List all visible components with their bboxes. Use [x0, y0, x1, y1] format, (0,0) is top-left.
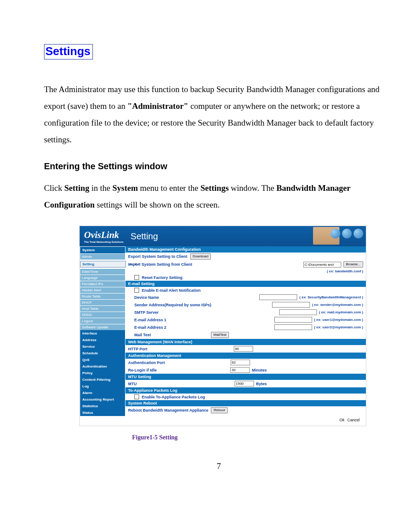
- brand-tagline: The Total Networking Solutions: [84, 241, 124, 243]
- page-title: Settings: [44, 44, 93, 59]
- auth-port-input[interactable]: [231, 360, 250, 365]
- cancel-button[interactable]: Cancel: [347, 418, 360, 422]
- t: in the: [89, 183, 112, 193]
- smtp-hint: ( ex: mail.mydomain.com ): [319, 310, 363, 314]
- mtu-unit: Bytes: [256, 382, 267, 386]
- t: window. The: [229, 183, 276, 193]
- section-reboot: System Reboot: [125, 400, 366, 406]
- nav-group-log[interactable]: Log: [80, 383, 125, 390]
- device-name-label: Device Name: [134, 295, 159, 300]
- browse-button[interactable]: Browse...: [343, 261, 363, 268]
- nav-group-policy[interactable]: Policy: [80, 370, 125, 376]
- section-email: E-mail Setting: [125, 281, 366, 287]
- nav-group-accounting-report[interactable]: Accounting Report: [80, 396, 125, 403]
- email-enable-checkbox[interactable]: [134, 288, 139, 293]
- section-auth: Authentication Management: [125, 353, 366, 359]
- nav-group-system[interactable]: System: [80, 247, 125, 253]
- nav-item-datetime[interactable]: Date/Time: [80, 268, 125, 275]
- brand-name: OvisLink: [84, 230, 119, 240]
- section-bandwidth: Bandwidth Management Configuration: [125, 246, 366, 253]
- reset-factory-label: Reset Factory Setting: [142, 275, 183, 280]
- app-header: OvisLink The Total Networking Solutions …: [80, 226, 366, 246]
- mtu-input[interactable]: [235, 381, 254, 386]
- email2-hint: ( ex: user2@mydomain.com ): [314, 325, 363, 329]
- import-path-input[interactable]: [303, 262, 341, 268]
- smtp-input[interactable]: [279, 309, 317, 315]
- nav-item-logout[interactable]: Logout: [80, 318, 125, 324]
- section-mtu: MTU Setting: [125, 374, 366, 380]
- email2-label: E-mail Address 2: [134, 325, 166, 330]
- nav-group-service[interactable]: Service: [80, 343, 125, 350]
- import-hint: ( ex: bandwidth.conf ): [327, 269, 363, 273]
- nav-group-status[interactable]: Status: [80, 409, 125, 416]
- http-port-input[interactable]: [234, 346, 253, 352]
- nav-item-host-table[interactable]: Host Table: [80, 305, 125, 312]
- nav-item-admin[interactable]: Admin: [80, 253, 125, 260]
- nav-group-authentication[interactable]: Authentication: [80, 363, 125, 370]
- sender-hint: ( ex: sender@mydomain.com ): [312, 303, 363, 307]
- device-name-input[interactable]: [259, 294, 297, 300]
- sender-input[interactable]: [272, 302, 310, 308]
- sender-label: Sender Address(Required by some ISPs): [134, 303, 211, 307]
- brand-block: OvisLink The Total Networking Solutions: [84, 230, 124, 243]
- entering-paragraph: Click Setting in the System menu to ente…: [44, 180, 394, 213]
- button-bar: Ok Cancel: [125, 414, 366, 423]
- pktlog-label: Enable To-Appliance Packets Log: [142, 395, 205, 399]
- nav-item-software-update[interactable]: Software Update: [80, 324, 125, 330]
- reboot-button[interactable]: Reboot: [211, 407, 228, 413]
- device-name-hint: ( ex: SecurityBandwidthManagement ): [299, 295, 363, 299]
- smtp-label: SMTP Server: [134, 310, 158, 315]
- pktlog-checkbox[interactable]: [134, 394, 139, 399]
- intro-bold-administrator: "Administrator": [127, 101, 188, 111]
- download-button[interactable]: Download: [190, 253, 211, 260]
- nav-group-content-filtering[interactable]: Content Filtering: [80, 376, 125, 383]
- minutes-label: Minutes: [252, 368, 267, 372]
- nav-group-interface[interactable]: Interface: [80, 330, 125, 337]
- globe-icons: [331, 229, 363, 238]
- b-setting: Setting: [64, 183, 89, 193]
- nav-item-hacker-alert[interactable]: Hacker Alert: [80, 287, 125, 293]
- nav-item-ddns[interactable]: DDNS: [80, 312, 125, 318]
- relogin-label: Re-Login if Idle: [128, 368, 157, 372]
- nav-group-schedule[interactable]: Schedule: [80, 350, 125, 357]
- nav-group-alarm[interactable]: Alarm: [80, 390, 125, 396]
- nav-item-language[interactable]: Language: [80, 275, 125, 281]
- nav-item-dhcp[interactable]: DHCP: [80, 299, 125, 305]
- figure-caption: Figure1-5 Setting: [132, 434, 394, 441]
- nav-group-address[interactable]: Address: [80, 337, 125, 343]
- b-settings: Settings: [200, 183, 228, 193]
- b-system: System: [112, 183, 138, 193]
- ok-button[interactable]: Ok: [339, 418, 345, 422]
- export-label: Export System Setting to Client: [128, 254, 188, 259]
- nav-item-route-table[interactable]: Route Table: [80, 293, 125, 299]
- email1-label: E-mail Address 1: [134, 318, 166, 322]
- t: settings will be shown on the screen.: [95, 200, 220, 209]
- reboot-label: Reboot Bandwidth Management Appliance: [128, 408, 208, 412]
- nav-item-setting[interactable]: Setting: [80, 261, 126, 268]
- sidebar: System Admin Setting ←← Date/Time Langua…: [80, 246, 125, 426]
- email-enable-label: Enable E-mail Alert Notification: [142, 288, 201, 293]
- t: Click: [44, 183, 64, 193]
- mailtest-label: Mail Test: [134, 333, 151, 337]
- content-pane: Bandwidth Management Configuration Expor…: [125, 246, 366, 426]
- relogin-input[interactable]: [230, 367, 250, 373]
- section-web: Web Management (WAN Interface): [125, 339, 366, 345]
- reset-factory-checkbox[interactable]: [134, 275, 139, 280]
- mtu-label: MTU: [128, 382, 137, 386]
- http-port-label: HTTP Port: [128, 347, 147, 351]
- nav-group-statistics[interactable]: Statistics: [80, 403, 125, 409]
- section-heading: Entering the Settings window: [44, 161, 394, 171]
- email1-input[interactable]: [274, 317, 312, 323]
- app-window: OvisLink The Total Networking Solutions …: [79, 226, 366, 426]
- email1-hint: ( ex: user1@mydomain.com ): [314, 318, 363, 322]
- app-title: Setting: [131, 231, 158, 241]
- intro-paragraph: The Administrator may use this function …: [44, 81, 394, 148]
- import-label: Import System Setting from Client: [128, 262, 192, 267]
- nav-item-permitted-ips[interactable]: Permitted IPs: [80, 281, 125, 287]
- setting-screenshot: OvisLink The Total Networking Solutions …: [79, 226, 394, 426]
- auth-port-label: Authentication Port: [128, 360, 165, 365]
- nav-group-qos[interactable]: QoS: [80, 357, 125, 363]
- t: menu to enter the: [138, 183, 200, 193]
- mailtest-button[interactable]: MailTest: [211, 332, 229, 338]
- email2-input[interactable]: [274, 324, 312, 330]
